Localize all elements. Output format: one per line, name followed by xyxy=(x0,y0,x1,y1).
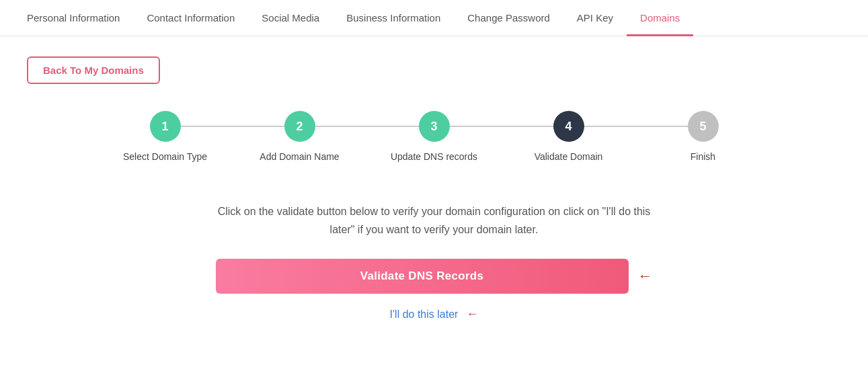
step-label-4: Validate Domain xyxy=(535,151,603,162)
validate-button-wrapper: Validate DNS Records ← xyxy=(216,259,653,294)
step-label-3: Update DNS records xyxy=(391,151,477,162)
later-link-wrapper: I'll do this later ← xyxy=(216,307,653,321)
nav-item-domains[interactable]: Domains xyxy=(627,0,693,36)
step-2: 2Add Domain Name xyxy=(233,111,367,162)
nav-item-change-password[interactable]: Change Password xyxy=(454,0,563,36)
nav-bar: Personal InformationContact InformationS… xyxy=(0,0,868,36)
back-to-domains-button[interactable]: Back To My Domains xyxy=(27,56,160,84)
nav-item-business-information[interactable]: Business Information xyxy=(333,0,454,36)
step-4: 4Validate Domain xyxy=(502,111,636,162)
step-circle-3: 3 xyxy=(419,111,450,142)
nav-item-contact-information[interactable]: Contact Information xyxy=(133,0,248,36)
main-section: Click on the validate button below to ve… xyxy=(216,202,653,321)
description-text: Click on the validate button below to ve… xyxy=(216,202,653,239)
nav-item-personal-information[interactable]: Personal Information xyxy=(13,0,133,36)
step-label-2: Add Domain Name xyxy=(260,151,339,162)
stepper: 1Select Domain Type2Add Domain Name3Upda… xyxy=(27,111,841,162)
nav-item-api-key[interactable]: API Key xyxy=(563,0,627,36)
step-circle-1: 1 xyxy=(150,111,181,142)
step-1: 1Select Domain Type xyxy=(98,111,233,162)
step-label-5: Finish xyxy=(691,151,715,162)
nav-item-social-media[interactable]: Social Media xyxy=(248,0,333,36)
step-3: 3Update DNS records xyxy=(367,111,502,162)
step-5: 5Finish xyxy=(636,111,771,162)
later-link[interactable]: I'll do this later xyxy=(390,308,459,321)
later-arrow-icon: ← xyxy=(466,307,478,321)
main-content: Back To My Domains 1Select Domain Type2A… xyxy=(0,36,868,341)
step-circle-4: 4 xyxy=(553,111,584,142)
validate-arrow-icon: ← xyxy=(638,267,653,285)
validate-dns-button[interactable]: Validate DNS Records xyxy=(216,259,629,294)
step-circle-5: 5 xyxy=(688,111,719,142)
step-circle-2: 2 xyxy=(284,111,315,142)
step-label-1: Select Domain Type xyxy=(123,151,207,162)
